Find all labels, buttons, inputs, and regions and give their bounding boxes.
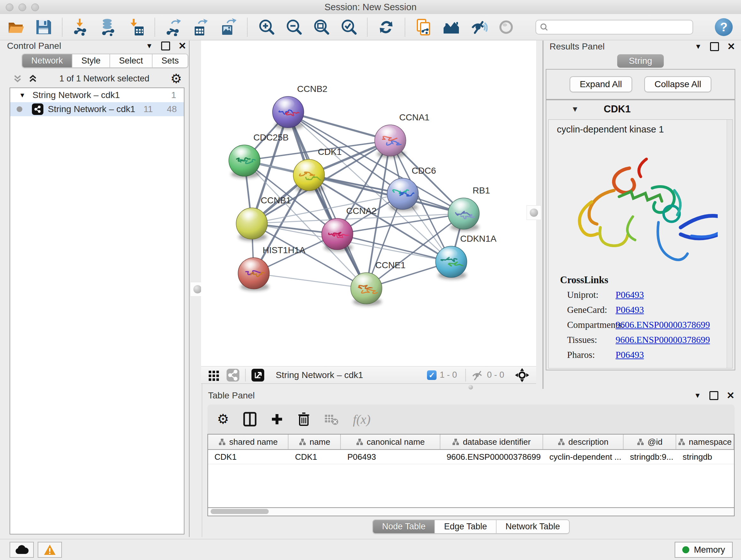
table-row[interactable]: CDK1CDK1P064939606.ENSP00000378699cyclin… [208,450,734,464]
crosslink-value-link[interactable]: 9606.ENSP00000378699 [616,334,710,345]
network-row-selected[interactable]: String Network – cdk1 11 48 [10,102,184,116]
column-header-database-identifier[interactable]: database identifier [441,435,543,449]
tab-node-table[interactable]: Node Table [373,520,435,533]
import-database-icon[interactable] [99,18,118,36]
tab-network[interactable]: Network [22,54,72,67]
table-cell[interactable]: cyclin-dependent ... [543,450,623,464]
tab-edge-table[interactable]: Edge Table [435,520,496,533]
refresh-icon[interactable] [377,18,395,36]
export-image-icon[interactable] [219,18,238,36]
column-header-canonical-name[interactable]: canonical name [341,435,440,449]
zoom-selected-icon[interactable] [340,18,357,36]
panel-float-icon[interactable] [710,391,718,400]
hidden-eye-icon[interactable] [471,369,484,381]
panel-close-icon[interactable]: ✕ [179,43,186,50]
table-cell[interactable]: CDK1 [288,450,341,464]
crosslink-value-link[interactable]: P06493 [616,290,644,300]
detach-view-icon[interactable] [251,368,265,382]
delete-table-icon[interactable] [324,413,339,426]
column-header-namespace[interactable]: namespace [676,435,734,449]
function-builder-icon[interactable]: f(x) [353,412,371,427]
new-network-icon[interactable] [165,18,183,36]
home-icon[interactable] [442,18,460,36]
copy-network-icon[interactable] [415,18,433,36]
results-scrollbar[interactable] [727,120,732,368]
crosslink-row: GeneCard:P06493 [567,305,727,315]
horizontal-splitter-handle[interactable] [467,385,475,389]
expand-all-button[interactable]: Expand All [569,76,632,92]
warnings-button[interactable] [38,542,62,558]
selected-checkbox-icon[interactable]: ✓ [427,370,436,380]
zoom-fit-icon[interactable] [312,18,330,36]
right-splitter-handle[interactable] [527,205,541,220]
column-header-shared-name[interactable]: shared name [208,435,288,449]
table-cell[interactable]: 9606.ENSP00000378699 [441,450,543,464]
tab-select[interactable]: Select [110,54,152,67]
table-settings-gear-icon[interactable]: ⚙ [217,413,229,426]
new-table-icon[interactable] [192,18,210,36]
memory-button[interactable]: Memory [675,542,733,558]
open-session-icon[interactable] [7,18,25,36]
network-edge[interactable] [288,112,366,288]
gear-icon[interactable]: ⚙ [171,72,182,85]
crosslink-value-link[interactable]: P06493 [616,350,644,360]
panel-close-icon[interactable]: ✕ [727,43,735,50]
panel-menu-icon[interactable]: ▼ [695,43,702,51]
table-cell[interactable]: stringdb:9... [623,450,676,464]
panel-float-icon[interactable] [161,42,170,51]
tab-sets[interactable]: Sets [152,54,188,67]
search-input[interactable] [551,22,689,32]
panel-menu-icon[interactable]: ▼ [146,42,153,50]
expand-all-icon[interactable] [27,73,38,84]
network-edge[interactable] [254,273,366,288]
table-cell[interactable]: stringdb [676,450,734,464]
tree-expander-icon[interactable]: ▼ [19,91,25,99]
network-node-cdkn1a[interactable]: CDKN1A [435,234,496,279]
column-header--id[interactable]: @id [623,435,676,449]
entry-detail: cyclin-dependent kinase 1 [548,119,733,368]
show-all-icon[interactable] [497,18,515,36]
help-button[interactable]: ? [715,18,733,36]
table-cell[interactable]: P06493 [341,450,441,464]
network-node-cdk1[interactable]: CDK1 [293,147,342,192]
crosslink-value-link[interactable]: 9606.ENSP00000378699 [616,320,710,330]
collapse-all-icon[interactable] [12,73,23,84]
import-table-icon[interactable] [127,18,145,36]
search-box[interactable] [536,20,693,35]
birdseye-icon[interactable] [515,368,530,383]
table-hscrollbar[interactable] [207,508,735,516]
network-node-ccnb1[interactable]: CCNB1 [236,195,291,241]
columns-icon[interactable] [243,412,257,427]
collapse-all-button[interactable]: Collapse All [644,76,711,92]
network-node-hist1h1a[interactable]: HIST1H1A [238,245,306,291]
network-collection-row[interactable]: ▼ String Network – cdk1 1 [10,88,184,102]
import-network-icon[interactable] [72,18,90,36]
column-header-description[interactable]: description [543,435,623,449]
panel-menu-icon[interactable]: ▼ [694,391,701,400]
crosslink-value-link[interactable]: P06493 [616,305,644,315]
zoom-out-icon[interactable] [285,18,302,36]
add-column-icon[interactable] [271,413,283,426]
network-node-ccne1[interactable]: CCNE1 [351,260,406,306]
network-badge-gray-icon[interactable] [226,368,240,382]
tab-style[interactable]: Style [72,54,110,67]
network-canvas[interactable]: CCNB2CCNA1CDC25BCDK1CDC6RB1CCNB1CCNA2CDK… [201,41,536,366]
tab-network-table[interactable]: Network Table [496,520,569,533]
column-header-label: namespace [689,437,731,447]
zoom-in-icon[interactable] [257,18,275,36]
delete-column-icon[interactable] [297,412,310,427]
table-cell[interactable]: CDK1 [208,450,288,464]
entry-header[interactable]: ▼ CDK1 [546,100,735,118]
save-session-icon[interactable] [35,18,52,36]
network-node-rb1[interactable]: RB1 [448,186,490,231]
cloud-button[interactable] [10,542,34,558]
panel-close-icon[interactable]: ✕ [727,392,735,399]
table-hscrollbar-thumb[interactable] [211,509,269,514]
main-toolbar: ? [0,14,741,40]
grid-view-icon[interactable] [207,369,220,381]
entry-expander-icon[interactable]: ▼ [571,105,579,114]
panel-float-icon[interactable] [710,42,719,51]
hide-selected-icon[interactable] [470,18,488,36]
column-header-name[interactable]: name [288,435,341,449]
tab-string[interactable]: String [617,54,664,68]
